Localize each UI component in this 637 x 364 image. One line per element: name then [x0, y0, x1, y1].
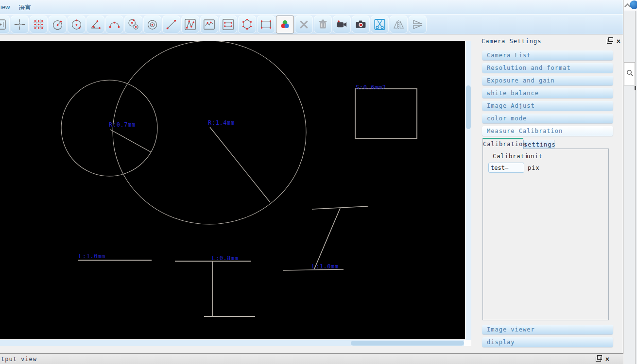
image-viewer-button[interactable]: Image viewer [482, 325, 613, 334]
tab-settings[interactable]: settings [523, 140, 554, 149]
unit-cell: pix [528, 165, 540, 171]
image-adjust-button[interactable]: Image Adjust [482, 101, 613, 111]
search-box[interactable] [624, 62, 635, 85]
menu-bar: iew 语言 [0, 0, 623, 15]
parallel-lines-icon[interactable] [219, 16, 237, 33]
jump-to-end-icon[interactable] [0, 16, 10, 33]
menu-view[interactable]: iew [0, 3, 10, 11]
angle-measure-icon [89, 18, 102, 31]
vertical-scrollbar-thumb[interactable] [466, 85, 471, 129]
output-view-panel: tput view × [0, 353, 623, 364]
crop-scissors-icon[interactable] [371, 16, 389, 33]
horizontal-scrollbar[interactable] [0, 340, 464, 346]
vertical-scrollbar[interactable] [465, 41, 471, 340]
flip-vertical-icon[interactable] [409, 16, 427, 33]
concentric-circles-icon [146, 18, 159, 31]
delete-cross-icon[interactable] [295, 16, 313, 33]
video-record-icon [335, 18, 348, 31]
circle-radius-icon [51, 18, 64, 31]
camera-list-button[interactable]: Camera List [482, 50, 613, 60]
line-measure-icon[interactable] [162, 16, 180, 33]
application-window: iew 语言 [0, 0, 623, 364]
calibration-grid-icon[interactable] [30, 16, 48, 33]
measurement-shapes [0, 41, 465, 339]
polyline-measure-icon[interactable] [181, 16, 199, 33]
circle-radius-icon[interactable] [49, 16, 67, 33]
window-edge-divider [635, 11, 636, 364]
video-record-icon[interactable] [333, 16, 351, 33]
calibration-grid-icon [32, 18, 45, 31]
angle-measure-icon[interactable] [86, 16, 104, 33]
parallel-lines-icon [222, 18, 235, 31]
float-panel-icon[interactable] [607, 39, 612, 44]
delete-cross-icon [297, 18, 310, 31]
crosshair-icon [13, 18, 26, 31]
color-mode-button[interactable]: color mode [482, 114, 613, 123]
polygon-measure-icon[interactable] [238, 16, 256, 33]
circle-3point-icon[interactable] [68, 16, 86, 33]
float-panel-icon[interactable] [596, 357, 601, 362]
annotation-label: L:1.0mm [312, 263, 339, 270]
radius-line-large [210, 127, 270, 202]
calibration-tab-content: Calibrati unit pix [482, 149, 609, 320]
measured-line-3 [283, 206, 368, 270]
line-measure-icon [165, 18, 178, 31]
measured-circle-small [61, 80, 157, 176]
rectangle-measure-icon [259, 18, 273, 31]
flip-horizontal-icon [392, 18, 405, 31]
scrollbar-corner [464, 340, 471, 346]
calibration-name-input[interactable] [488, 163, 524, 173]
jump-to-end-icon [0, 18, 7, 31]
display-button[interactable]: display [482, 337, 613, 347]
snapshot-icon [354, 18, 367, 31]
background-window-top [624, 0, 637, 11]
circle-distance-icon [127, 18, 140, 31]
annotation-label: L:1.0mm [79, 253, 105, 260]
annotation-label: R:0.7mm [109, 121, 136, 128]
crop-scissors-icon [373, 18, 386, 31]
annotation-label: R:1.4mm [208, 119, 235, 126]
flip-horizontal-icon[interactable] [390, 16, 408, 33]
crosshair-icon[interactable] [11, 16, 29, 33]
column-header-calibration: Calibrati [493, 153, 529, 160]
annotation-label: L:0.8mm [212, 255, 239, 262]
circle-3point-icon [70, 18, 83, 31]
annotation-label: S:0.6mm2 [356, 84, 386, 91]
toolbar [0, 15, 623, 34]
trash-icon [316, 18, 329, 31]
edge-tick [635, 86, 636, 90]
rectangle-measure-icon[interactable] [257, 16, 275, 33]
curve-measure-icon[interactable] [200, 16, 218, 33]
camera-canvas[interactable]: R:0.7mm R:1.4mm S:0.6mm2 L:1.0mm L:0.8mm… [0, 41, 465, 339]
menu-language[interactable]: 语言 [18, 3, 31, 12]
arc-measure-icon [108, 18, 121, 31]
output-view-title: tput view [1, 356, 37, 363]
tab-calibration[interactable]: Calibration [482, 138, 523, 149]
browser-logo-icon[interactable] [630, 0, 637, 9]
rgb-color-icon[interactable] [276, 16, 294, 33]
exposure-gain-button[interactable]: Exposure and gain [482, 76, 613, 85]
curve-measure-icon [203, 18, 216, 31]
close-panel-icon[interactable]: × [617, 39, 620, 44]
search-icon [626, 69, 634, 77]
circle-distance-icon[interactable] [124, 16, 142, 33]
concentric-circles-icon[interactable] [143, 16, 161, 33]
close-panel-icon[interactable]: × [605, 357, 609, 362]
arc-measure-icon[interactable] [105, 16, 123, 33]
background-window-strip [624, 0, 637, 364]
measured-rectangle [355, 89, 417, 138]
column-header-unit: unit [527, 153, 543, 160]
white-balance-button[interactable]: white balance [482, 88, 613, 98]
polyline-measure-icon [184, 18, 197, 31]
snapshot-icon[interactable] [352, 16, 370, 33]
camera-settings-panel: Camera Settings × Camera List Resolution… [479, 37, 623, 364]
resolution-format-button[interactable]: Resolution and format [482, 63, 613, 73]
polygon-measure-icon [241, 18, 254, 31]
rgb-color-icon [278, 18, 292, 31]
trash-icon[interactable] [314, 16, 332, 33]
radius-line-small [110, 130, 151, 152]
measured-line-2 [175, 261, 255, 316]
measured-circle-large [113, 41, 306, 224]
measure-calibration-button[interactable]: Measure Calibration [482, 126, 613, 136]
horizontal-scrollbar-thumb[interactable] [351, 341, 464, 346]
